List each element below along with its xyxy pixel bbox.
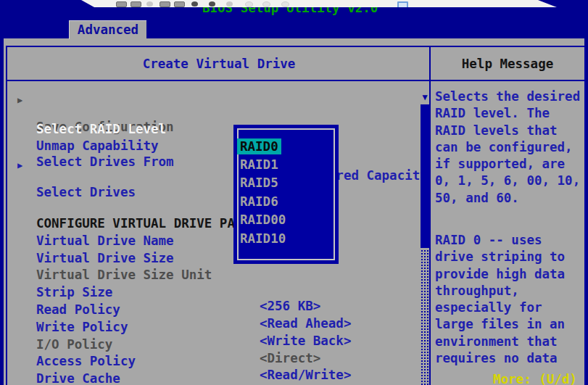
menu-item-save-configuration[interactable]: ▶ Save Configuration: [7, 93, 425, 107]
submenu-arrow-icon: ▶: [17, 159, 22, 173]
menu-item-virtual-drive-size[interactable]: Virtual Drive Size: [7, 238, 425, 252]
menu-item-unmap-capability[interactable]: Unmap Capability: [7, 125, 425, 139]
dropdown-option-raid0[interactable]: RAID0: [233, 137, 339, 156]
toolbar-button-icon[interactable]: [262, 1, 270, 7]
toolbar-button-icon[interactable]: [209, 1, 215, 7]
help-panel: Help Message Selects the desired RAID le…: [429, 46, 586, 385]
dropdown-option-raid1[interactable]: RAID1: [240, 156, 333, 175]
toolbar-button-icon[interactable]: [131, 1, 141, 7]
raid-level-dropdown: RAID0 RAID1 RAID5 RAID6 RAID00 RAID10: [233, 125, 339, 264]
scroll-down-icon[interactable]: ▼: [420, 93, 430, 102]
dropdown-option-raid00[interactable]: RAID00: [240, 211, 333, 230]
menu-item-virtual-drive-name[interactable]: Virtual Drive Name: [7, 220, 425, 234]
menu-item-disable-background[interactable]: Disable Background <No>: [7, 376, 425, 385]
dropdown-option-raid10[interactable]: RAID10: [240, 230, 333, 249]
menu-item-select-raid-level[interactable]: Select RAID Level <RAID0>: [7, 109, 425, 123]
panel-title: Create Virtual Drive: [7, 47, 431, 81]
bios-screen: BIOS Setup Utility v2.0 Advanced Create …: [0, 0, 588, 385]
menu-item-write-policy[interactable]: Write Policy <Write Back>: [7, 307, 425, 320]
help-more-indicator: More: (U/d): [493, 373, 577, 385]
dropdown-option-raid6[interactable]: RAID6: [240, 193, 333, 212]
toolbar-button-icon[interactable]: [281, 1, 289, 7]
toolbar-button-icon[interactable]: [226, 1, 233, 7]
create-virtual-drive-panel: Create Virtual Drive ▶ Save Configuratio…: [6, 46, 432, 385]
toolbar-button-icon[interactable]: [245, 1, 253, 7]
help-panel-title: Help Message: [431, 47, 584, 81]
menu-item-strip-size[interactable]: Strip Size <256 KB>: [7, 272, 425, 286]
menu-item-virtual-drive-size-unit[interactable]: Virtual Drive Size Unit: [7, 254, 425, 268]
help-text: RAID 0 -- uses drive striping to provide…: [435, 232, 565, 367]
menu-item-drive-cache[interactable]: Drive Cache <Unchanged>: [7, 358, 425, 372]
scrollbar-thumb[interactable]: [421, 104, 429, 248]
toolbar-selection-icon[interactable]: [397, 1, 408, 10]
menu-item-io-policy[interactable]: I/O Policy <Direct>: [7, 324, 425, 338]
toolbar-button-icon[interactable]: [116, 1, 127, 7]
menu-item-select-drives-from[interactable]: Select Drives From <Unconfigured Capacit…: [7, 141, 425, 155]
dropdown-option-raid5[interactable]: RAID5: [240, 174, 333, 193]
toolbar-button-icon[interactable]: [146, 1, 153, 7]
submenu-arrow-icon: ▶: [17, 94, 22, 107]
tab-advanced[interactable]: Advanced: [69, 20, 146, 39]
console-toolbar[interactable]: [81, 0, 557, 7]
menu-item-select-drives[interactable]: ▶ Select Drives: [7, 158, 425, 172]
menu-item-access-policy[interactable]: Access Policy <Read/Write>: [7, 341, 425, 355]
toolbar-button-icon[interactable]: [191, 1, 198, 7]
scrollbar[interactable]: ▼ ▲: [420, 81, 430, 385]
help-text: Selects the desired RAID level. The RAID…: [435, 88, 580, 207]
scrollbar-track[interactable]: [421, 249, 429, 385]
menu-item-read-policy[interactable]: Read Policy <Read Ahead>: [7, 289, 425, 303]
toolbar-button-icon[interactable]: [160, 1, 170, 7]
toolbar-button-icon[interactable]: [174, 1, 185, 7]
section-header-configure-parameters: CONFIGURE VIRTUAL DRIVE PARAMETERS:: [7, 203, 425, 217]
